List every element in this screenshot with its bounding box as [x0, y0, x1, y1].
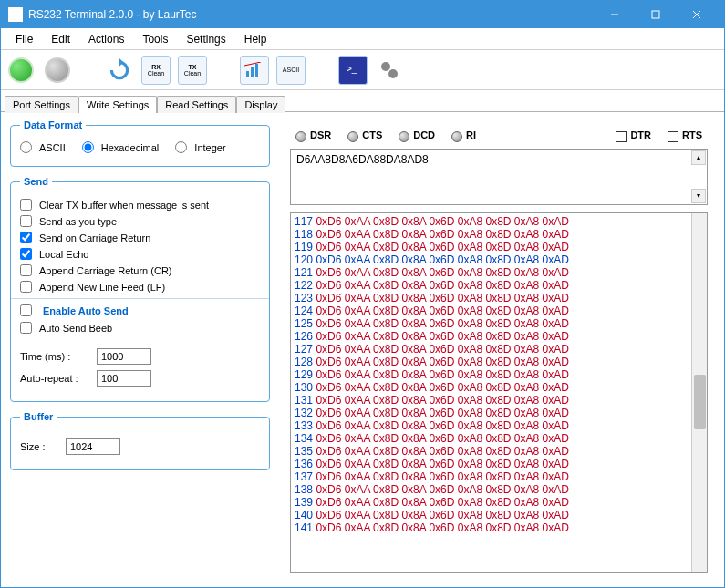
- disconnect-button[interactable]: [43, 56, 72, 85]
- input-time[interactable]: [97, 348, 151, 365]
- label-autorepeat: Auto-repeat :: [20, 373, 88, 384]
- svg-point-9: [388, 69, 398, 78]
- led-cts: CTS: [347, 129, 382, 141]
- menu-file[interactable]: File: [6, 30, 42, 48]
- window-title: RS232 Terminal 2.0.0 - by LaurTec: [28, 8, 594, 21]
- svg-rect-5: [251, 67, 254, 77]
- power-off-icon: [45, 57, 70, 83]
- led-icon: [347, 131, 358, 142]
- send-input[interactable]: D6AA8D8A6DA88DA8AD8 ▴ ▾: [290, 149, 708, 205]
- chk-send-as-type[interactable]: Send as you type: [20, 215, 260, 227]
- app-icon: [8, 7, 23, 22]
- left-panel: Data Format ASCII Hexadecimal Integer Se…: [1, 112, 279, 587]
- menu-actions[interactable]: Actions: [79, 30, 133, 48]
- chk-send-on-cr[interactable]: Send on Carriage Return: [20, 232, 260, 243]
- input-size[interactable]: [66, 438, 120, 455]
- chk-auto-send-beeb[interactable]: Auto Send Beeb: [20, 322, 260, 334]
- buffer-group: Buffer Size :: [10, 411, 270, 470]
- menu-edit[interactable]: Edit: [42, 30, 79, 48]
- led-dcd: DCD: [399, 129, 435, 141]
- barchart-icon: [244, 62, 264, 78]
- connect-button[interactable]: [6, 56, 36, 85]
- led-dsr: DSR: [295, 129, 331, 141]
- svg-rect-4: [246, 71, 249, 77]
- svg-text:>_: >_: [347, 64, 357, 74]
- log-content: 117 0xD6 0xAA 0x8D 0x8A 0x6D 0xA8 0x8D 0…: [291, 213, 707, 536]
- close-button[interactable]: [676, 1, 717, 28]
- scroll-up-icon[interactable]: ▴: [691, 150, 706, 165]
- svg-rect-1: [652, 11, 659, 18]
- radio-hex[interactable]: Hexadecimal: [82, 141, 160, 153]
- settings-gear-button[interactable]: [375, 56, 404, 85]
- send-group: Send Clear TX buffer when message is sen…: [10, 176, 270, 402]
- terminal-button[interactable]: >_: [338, 56, 368, 85]
- data-format-group: Data Format ASCII Hexadecimal Integer: [10, 119, 270, 167]
- radio-ascii[interactable]: ASCII: [20, 141, 66, 153]
- led-icon: [399, 131, 409, 142]
- svg-rect-6: [255, 64, 258, 77]
- label-time: Time (ms) :: [20, 351, 88, 362]
- toolbar: RXClean TXClean ASCII >_: [1, 50, 724, 90]
- titlebar: RS232 Terminal 2.0.0 - by LaurTec: [1, 1, 724, 28]
- chart-button[interactable]: [240, 56, 269, 85]
- tab-display[interactable]: Display: [236, 96, 285, 113]
- terminal-icon: >_: [345, 63, 361, 77]
- tx-clean-button[interactable]: TXClean: [178, 56, 207, 85]
- minimize-button[interactable]: [594, 1, 635, 28]
- maximize-button[interactable]: [635, 1, 676, 28]
- tab-write-settings[interactable]: Write Settings: [78, 96, 157, 113]
- menu-help[interactable]: Help: [235, 30, 276, 48]
- led-ri: RI: [451, 129, 476, 141]
- send-input-text: D6AA8D8A6DA88DA8AD8: [296, 153, 429, 166]
- input-autorepeat[interactable]: [97, 370, 151, 387]
- power-icon: [8, 57, 34, 83]
- led-icon: [295, 131, 306, 142]
- refresh-icon: [108, 58, 131, 82]
- status-row: DSR CTS DCD RI DTR RTS: [283, 119, 715, 147]
- data-format-legend: Data Format: [20, 119, 86, 130]
- chk-append-lf[interactable]: Append New Line Feed (LF): [20, 281, 260, 293]
- log-view[interactable]: 117 0xD6 0xAA 0x8D 0x8A 0x6D 0xA8 0x8D 0…: [290, 212, 708, 573]
- tabbar: Port Settings Write Settings Read Settin…: [1, 90, 724, 112]
- menu-settings[interactable]: Settings: [177, 30, 234, 48]
- chk-enable-auto-send[interactable]: Enable Auto Send: [20, 304, 260, 316]
- scrollbar-thumb[interactable]: [694, 375, 706, 429]
- gears-icon: [377, 59, 402, 81]
- rx-clean-button[interactable]: RXClean: [141, 56, 171, 85]
- menu-tools[interactable]: Tools: [133, 30, 177, 48]
- tab-read-settings[interactable]: Read Settings: [157, 96, 236, 113]
- led-icon: [451, 131, 462, 142]
- label-size: Size :: [20, 441, 57, 452]
- tab-port-settings[interactable]: Port Settings: [5, 96, 78, 113]
- refresh-button[interactable]: [105, 56, 134, 85]
- scrollbar[interactable]: [691, 213, 707, 572]
- menubar: File Edit Actions Tools Settings Help: [1, 28, 724, 50]
- send-legend: Send: [20, 176, 52, 187]
- chk-dtr[interactable]: DTR: [616, 129, 651, 141]
- right-panel: DSR CTS DCD RI DTR RTS D6AA8D8A6DA88DA8A…: [279, 112, 724, 587]
- checkbox-icon: [668, 131, 678, 142]
- radio-int[interactable]: Integer: [175, 141, 225, 153]
- scroll-down-icon[interactable]: ▾: [691, 189, 706, 203]
- chk-rts[interactable]: RTS: [668, 129, 702, 141]
- chk-append-cr[interactable]: Append Carriage Return (CR): [20, 264, 260, 276]
- checkbox-icon: [616, 131, 627, 142]
- svg-point-8: [381, 62, 390, 71]
- buffer-legend: Buffer: [20, 411, 57, 422]
- chk-local-echo[interactable]: Local Echo: [20, 248, 260, 260]
- ascii-label: ASCII: [283, 67, 299, 73]
- chk-clear-tx[interactable]: Clear TX buffer when message is sent: [20, 199, 260, 211]
- ascii-button[interactable]: ASCII: [276, 56, 306, 85]
